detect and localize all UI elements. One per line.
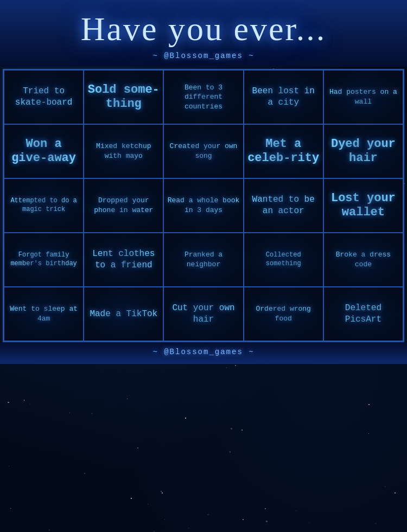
- bingo-cell-r4c3[interactable]: Pranked a neighbor: [163, 233, 243, 287]
- bingo-cell-r1c5[interactable]: Had posters on a wall: [323, 70, 403, 124]
- subtitle-top: ~ @Blossom_games ~: [5, 52, 402, 60]
- cell-text-r4c5: Broke a dress code: [327, 250, 399, 269]
- bingo-cell-r3c5[interactable]: Lost your wallet: [323, 178, 403, 233]
- bingo-cell-r4c1[interactable]: Forgot family member's birthday: [4, 233, 84, 287]
- bingo-cell-r4c4[interactable]: Collected something: [244, 233, 323, 287]
- bingo-cell-r1c4[interactable]: Been lost in a city: [244, 70, 323, 124]
- cell-text-r5c5: Deleted PicsArt: [327, 303, 399, 325]
- bingo-cell-r1c1[interactable]: Tried to skate-board: [4, 70, 84, 124]
- bingo-cell-r2c1[interactable]: Won a give-away: [4, 124, 84, 178]
- cell-text-r3c5: Lost your wallet: [327, 191, 399, 220]
- cell-text-r4c3: Pranked a neighbor: [167, 250, 239, 269]
- cell-text-r3c1: Attempted to do a magic trick: [8, 197, 80, 214]
- bingo-cell-r5c3[interactable]: Cut your own hair: [163, 287, 243, 341]
- cell-text-r3c3: Read a whole book in 3 days: [167, 196, 239, 215]
- footer: ~ @Blossom_games ~: [0, 342, 407, 364]
- cell-text-r2c2: Mixed ketchup with mayo: [87, 142, 160, 161]
- cell-text-r2c3: Created your own song: [167, 142, 239, 161]
- bingo-cell-r5c5[interactable]: Deleted PicsArt: [323, 287, 403, 341]
- bingo-cell-r5c2[interactable]: Made a TikTok: [84, 287, 163, 341]
- cell-text-r2c1: Won a give-away: [8, 137, 80, 166]
- cell-text-r3c2: Dropped your phone in water: [87, 196, 160, 215]
- cell-text-r1c4: Been lost in a city: [247, 86, 320, 108]
- bingo-cell-r3c1[interactable]: Attempted to do a magic trick: [4, 178, 84, 233]
- bingo-cell-r5c1[interactable]: Went to sleep at 4am: [4, 287, 84, 341]
- bingo-cell-r3c4[interactable]: Wanted to be an actor: [244, 178, 323, 233]
- page-title: Have you ever...: [5, 10, 402, 48]
- bingo-cell-r3c3[interactable]: Read a whole book in 3 days: [163, 178, 243, 233]
- page-content: Have you ever... ~ @Blossom_games ~ Trie…: [0, 0, 407, 532]
- cell-text-r3c4: Wanted to be an actor: [247, 194, 320, 217]
- cell-text-r1c5: Had posters on a wall: [327, 87, 399, 106]
- bingo-cell-r2c2[interactable]: Mixed ketchup with mayo: [84, 124, 163, 178]
- bingo-cell-r1c2[interactable]: Sold some-thing: [84, 70, 163, 124]
- cell-text-r4c4: Collected something: [247, 251, 320, 268]
- bingo-grid-wrapper: Tried to skate-boardSold some-thingBeen …: [3, 69, 404, 342]
- bingo-cell-r3c2[interactable]: Dropped your phone in water: [84, 178, 163, 233]
- cell-text-r1c1: Tried to skate-board: [8, 86, 80, 108]
- bingo-cell-r2c4[interactable]: Met a celeb-rity: [244, 124, 323, 178]
- subtitle-bottom: ~ @Blossom_games ~: [5, 348, 402, 356]
- bingo-cell-r5c4[interactable]: Ordered wrong food: [244, 287, 323, 341]
- cell-text-r5c4: Ordered wrong food: [247, 304, 320, 323]
- bingo-cell-r1c3[interactable]: Been to 3 different countries: [163, 70, 243, 124]
- bingo-cell-r4c5[interactable]: Broke a dress code: [323, 233, 403, 287]
- bingo-cell-r4c2[interactable]: Lent clothes to a friend: [84, 233, 163, 287]
- bingo-cell-r2c3[interactable]: Created your own song: [163, 124, 243, 178]
- cell-text-r1c2: Sold some-thing: [87, 83, 160, 112]
- bingo-cell-r2c5[interactable]: Dyed your hair: [323, 124, 403, 178]
- cell-text-r2c4: Met a celeb-rity: [247, 137, 320, 166]
- cell-text-r5c2: Made a TikTok: [90, 309, 157, 320]
- bingo-grid: Tried to skate-boardSold some-thingBeen …: [4, 70, 403, 341]
- cell-text-r5c3: Cut your own hair: [167, 303, 239, 325]
- cell-text-r4c2: Lent clothes to a friend: [87, 248, 160, 271]
- cell-text-r5c1: Went to sleep at 4am: [8, 304, 80, 323]
- cell-text-r1c3: Been to 3 different countries: [167, 83, 239, 112]
- cell-text-r4c1: Forgot family member's birthday: [8, 251, 80, 268]
- cell-text-r2c5: Dyed your hair: [327, 137, 399, 166]
- header: Have you ever... ~ @Blossom_games ~: [0, 0, 407, 67]
